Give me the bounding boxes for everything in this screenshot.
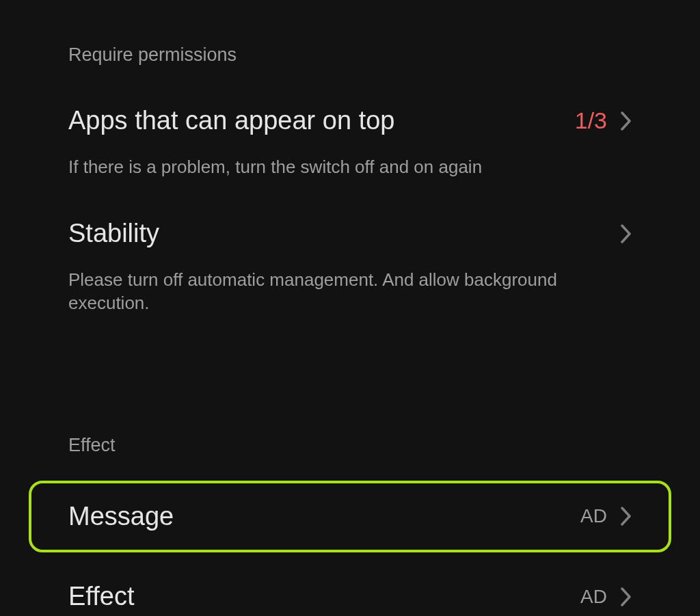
row-value: AD (580, 505, 607, 527)
chevron-right-icon (621, 587, 632, 606)
row-message[interactable]: Message AD (0, 501, 700, 533)
chevron-right-icon (621, 507, 632, 526)
section-header-effect: Effect (0, 390, 700, 456)
row-stability[interactable]: Stability Please turn off automatic mana… (0, 218, 700, 314)
permission-count: 1/3 (575, 107, 607, 134)
row-effect[interactable]: Effect AD (0, 581, 700, 613)
row-subtitle: Please turn off automatic management. An… (68, 269, 632, 315)
row-title: Apps that can appear on top (68, 105, 394, 137)
row-subtitle: If there is a problem, turn the switch o… (68, 156, 632, 179)
row-title: Effect (68, 581, 134, 613)
row-apps-on-top[interactable]: Apps that can appear on top 1/3 If there… (0, 105, 700, 178)
chevron-right-icon (621, 111, 632, 131)
row-title: Stability (68, 218, 159, 250)
row-title: Message (68, 501, 174, 533)
section-header-permissions: Require permissions (0, 0, 700, 66)
row-value: AD (580, 586, 607, 608)
chevron-right-icon (621, 224, 632, 243)
